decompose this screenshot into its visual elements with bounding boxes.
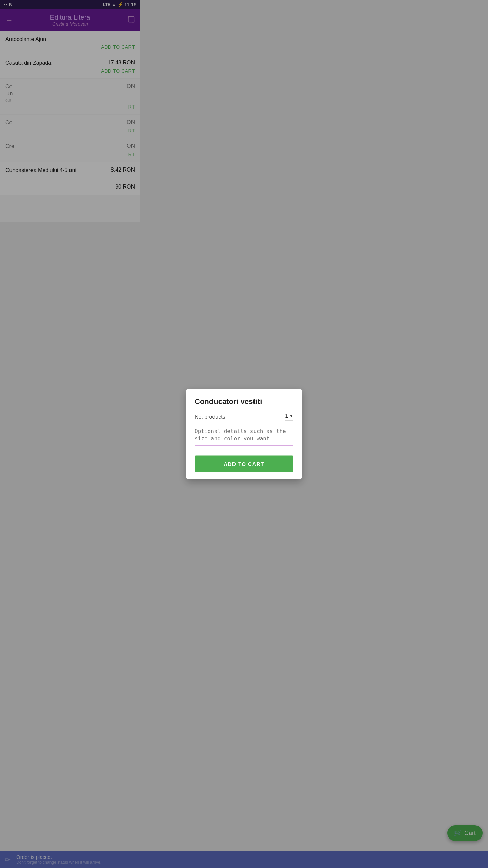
modal-overlay[interactable] <box>0 0 140 250</box>
